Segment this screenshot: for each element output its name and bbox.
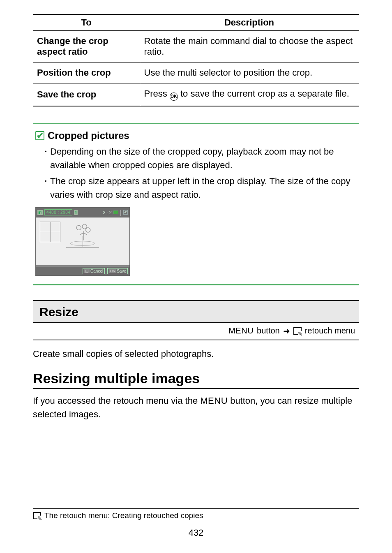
resize-heading: Resize xyxy=(33,300,359,323)
crop-preview-figure: ◧ 4480 : 2984 ▯ 3 : 2 | ↶ xyxy=(35,207,130,276)
callout-bullet-1: Depending on the size of the cropped cop… xyxy=(43,145,357,172)
svg-point-0 xyxy=(76,225,81,230)
crop-mode-icon: ◧ xyxy=(37,210,43,215)
page-footer: The retouch menu: Creating retouched cop… xyxy=(33,508,359,538)
row-save-to: Save the crop xyxy=(33,83,140,106)
cropped-pictures-callout: ✔ Cropped pictures Depending on the size… xyxy=(33,123,359,285)
operations-table: To Description Change the crop aspect ra… xyxy=(33,14,359,106)
resizing-multiple-heading: Resizing multiple images xyxy=(33,370,359,389)
menu-label-inline: MENU xyxy=(200,396,228,406)
crop-dimensions: 4480 : 2984 xyxy=(44,209,72,215)
save-label: Save xyxy=(117,269,126,273)
path-button-word: button xyxy=(257,326,280,336)
row-position-desc: Use the multi selector to position the c… xyxy=(140,62,359,83)
flowers-icon xyxy=(72,221,95,244)
aspect-frame-icon xyxy=(113,211,118,214)
row-save-desc: Press OK to save the current crop as a s… xyxy=(140,83,359,106)
path-retouch-text: retouch menu xyxy=(305,326,355,336)
crop-aspect-ratio: 3 : 2 xyxy=(103,210,111,215)
row-save-desc-pre: Press xyxy=(144,88,170,99)
callout-title: Cropped pictures xyxy=(48,130,129,141)
undo-icon: ↶ xyxy=(123,210,128,215)
col-header-to: To xyxy=(33,14,140,31)
menu-path: MENU button ➜ retouch menu xyxy=(33,323,359,340)
arrow-icon: ➜ xyxy=(283,326,290,336)
crop-canvas xyxy=(36,217,129,265)
check-icon: ✔ xyxy=(35,131,44,140)
row-position-to: Position the crop xyxy=(33,62,140,83)
cancel-hint: ▢Cancel xyxy=(83,268,105,274)
resize-intro-text: Create small copies of selected photogra… xyxy=(33,347,359,361)
svg-point-2 xyxy=(86,227,90,232)
menu-label-glyph: MENU xyxy=(228,326,254,336)
svg-point-1 xyxy=(82,224,87,229)
resize-section: Resize MENU button ➜ retouch menu xyxy=(33,300,359,340)
playback-key-icon: ▢ xyxy=(84,269,90,273)
footer-label: The retouch menu: Creating retouched cop… xyxy=(44,511,203,520)
retouch-menu-icon xyxy=(293,327,302,335)
save-hint: OKSave xyxy=(107,268,128,274)
window-icon xyxy=(40,222,60,242)
resize-body-text: If you accessed the retouch menu via the… xyxy=(33,394,359,421)
resize-body-pre: If you accessed the retouch menu via the xyxy=(33,396,200,406)
page-number: 432 xyxy=(33,528,359,538)
ok-button-icon: OK xyxy=(170,93,178,101)
retouch-menu-icon-footer xyxy=(33,512,41,519)
ok-key-icon: OK xyxy=(109,269,116,273)
callout-bullet-2: The crop size appears at upper left in t… xyxy=(43,174,357,201)
row-change-aspect-desc: Rotate the main command dial to choose t… xyxy=(140,31,359,62)
col-header-desc: Description xyxy=(140,14,359,31)
row-save-desc-post: to save the current crop as a separate f… xyxy=(178,88,349,99)
crop-orient-icon: ▯ xyxy=(74,210,78,215)
separator-icon: | xyxy=(120,209,122,216)
cancel-label: Cancel xyxy=(90,269,103,273)
table-icon xyxy=(66,247,99,265)
row-change-aspect-to: Change the crop aspect ratio xyxy=(33,31,140,62)
